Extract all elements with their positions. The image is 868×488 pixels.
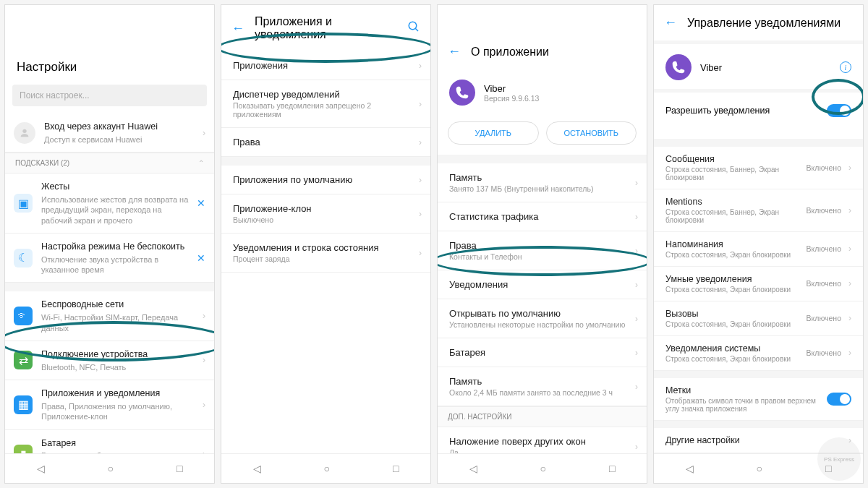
ch-status: Включено xyxy=(807,279,841,288)
row-overlay[interactable]: Наложение поверх других оконДа› xyxy=(438,427,647,453)
nav-recent-icon[interactable]: □ xyxy=(393,463,399,474)
stop-button[interactable]: ОСТАНОВИТЬ xyxy=(546,121,637,145)
nav-bar: ◁ ○ □ xyxy=(438,453,647,483)
divider xyxy=(5,283,214,291)
nav-back-icon[interactable]: ◁ xyxy=(253,463,261,474)
chevron-right-icon: › xyxy=(635,348,638,358)
item-label: Приложения xyxy=(233,60,419,71)
ch-status: Включено xyxy=(807,348,841,357)
chevron-right-icon: › xyxy=(635,246,638,256)
row-battery[interactable]: ▮ БатареяРежим энергосбережения, Использ… xyxy=(5,430,214,453)
ch-label: Уведомления системы xyxy=(665,343,807,354)
gestures-icon: ▣ xyxy=(14,194,33,213)
close-icon[interactable]: ✕ xyxy=(197,197,205,209)
section-hints: ПОДСКАЗКИ (2) ⌃ xyxy=(5,153,214,174)
nav-recent-icon[interactable]: □ xyxy=(176,463,182,474)
delete-button[interactable]: УДАЛИТЬ xyxy=(448,121,539,145)
chevron-up-icon[interactable]: ⌃ xyxy=(198,159,204,167)
item-sub: Показывать уведомления запрещено 2 прило… xyxy=(233,101,419,119)
badges-row: МеткиОтображать символ точки в правом ве… xyxy=(654,378,863,421)
badges-toggle[interactable] xyxy=(827,393,851,406)
search-icon[interactable] xyxy=(407,20,420,36)
close-icon[interactable]: ✕ xyxy=(197,252,205,264)
page-title: Приложения и уведомления xyxy=(255,15,397,41)
row-app-clone[interactable]: Приложение-клон Выключено › xyxy=(221,194,430,234)
nav-back-icon[interactable]: ◁ xyxy=(37,463,45,474)
chevron-right-icon: › xyxy=(635,382,638,392)
chevron-right-icon: › xyxy=(203,355,205,365)
nav-home-icon[interactable]: ○ xyxy=(108,463,114,474)
item-label: Приложения по умолчанию xyxy=(233,174,419,185)
notif-mgmt-panel: ← Управление уведомлениями Viber i Разре… xyxy=(653,4,864,484)
nav-recent-icon[interactable]: □ xyxy=(609,463,615,474)
chevron-right-icon: › xyxy=(419,209,422,219)
app-header: Viber i xyxy=(654,44,863,89)
nav-back-icon[interactable]: ◁ xyxy=(469,463,477,474)
chevron-right-icon: › xyxy=(848,313,851,323)
row-wireless[interactable]: ᯤ Беспроводные сетиWi-Fi, Настройки SIM-… xyxy=(5,291,214,341)
row-battery[interactable]: Батарея› xyxy=(438,338,647,367)
app-info-scroll[interactable]: ПамятьЗанято 137 МБ (Внутренний накопите… xyxy=(438,163,647,453)
row-memory[interactable]: ПамятьОколо 2,4 МБ памяти занято за посл… xyxy=(438,367,647,406)
channel-smart[interactable]: Умные уведомленияСтрока состояния, Экран… xyxy=(654,267,863,301)
row-storage[interactable]: ПамятьЗанято 137 МБ (Внутренний накопите… xyxy=(438,163,647,202)
item-label: Права xyxy=(233,137,419,147)
item-sub: Wi-Fi, Настройки SIM-карт, Передача данн… xyxy=(41,312,198,333)
chevron-right-icon: › xyxy=(419,99,422,109)
channel-reminders[interactable]: НапоминанияСтрока состояния, Экран блоки… xyxy=(654,232,863,267)
ch-status: Включено xyxy=(807,244,841,253)
search-input[interactable]: Поиск настроек... xyxy=(12,85,207,106)
item-label: Батарея xyxy=(41,437,198,450)
channel-calls[interactable]: ВызовыСтрока состояния, Экран блокировки… xyxy=(654,301,863,336)
row-default-apps[interactable]: Приложения по умолчанию › xyxy=(221,166,430,194)
ch-status: Включено xyxy=(807,163,841,172)
divider xyxy=(654,139,863,146)
item-label: Права xyxy=(449,240,635,251)
row-permissions[interactable]: ПраваКонтакты и Телефон› xyxy=(438,231,647,270)
nav-home-icon[interactable]: ○ xyxy=(757,463,762,474)
item-sub: Режим энергосбережения, Использование ба… xyxy=(41,450,198,453)
row-apps-notifications[interactable]: ▦ Приложения и уведомленияПрава, Приложе… xyxy=(5,380,214,429)
item-label: Память xyxy=(449,376,635,387)
hint-gestures[interactable]: ▣ Жесты Использование жестов для возврат… xyxy=(5,174,214,234)
apps-notif-panel: ← Приложения и уведомления Приложения › … xyxy=(221,4,431,484)
allow-toggle[interactable] xyxy=(827,104,851,117)
info-icon[interactable]: i xyxy=(840,61,851,73)
row-notif-statusbar[interactable]: Уведомления и строка состояния Процент з… xyxy=(221,234,430,273)
page-title: Управление уведомлениями xyxy=(687,17,853,30)
page-title: О приложении xyxy=(471,46,637,59)
item-sub: Установлены некоторые настройки по умолч… xyxy=(449,320,635,329)
settings-scroll[interactable]: ᯤ Беспроводные сетиWi-Fi, Настройки SIM-… xyxy=(5,291,214,453)
other-label: Другие настройки xyxy=(665,435,844,445)
divider xyxy=(654,421,863,428)
back-arrow-icon[interactable]: ← xyxy=(231,21,244,36)
apps-icon: ▦ xyxy=(14,395,33,414)
device-icon: ⇄ xyxy=(14,351,33,369)
hint-label: Жесты xyxy=(41,181,194,193)
page-title: Настройки xyxy=(5,53,214,85)
huawei-login-sub: Доступ к сервисам Huawei xyxy=(44,134,198,145)
item-sub: Права, Приложения по умолчанию, Приложен… xyxy=(41,401,198,422)
row-device-conn[interactable]: ⇄ Подключение устройстваBluetooth, NFC, … xyxy=(5,341,214,380)
row-notifications[interactable]: Уведомления› xyxy=(438,270,647,299)
channel-mentions[interactable]: MentionsСтрока состояния, Баннер, Экран … xyxy=(654,189,863,232)
item-label: Батарея xyxy=(449,347,635,358)
item-label: Память xyxy=(449,172,635,183)
nav-home-icon[interactable]: ○ xyxy=(540,463,546,474)
app-name: Viber xyxy=(484,83,539,94)
channel-messages[interactable]: СообщенияСтрока состояния, Баннер, Экран… xyxy=(654,147,863,189)
back-arrow-icon[interactable]: ← xyxy=(448,44,461,59)
chevron-right-icon: › xyxy=(848,205,851,215)
nav-back-icon[interactable]: ◁ xyxy=(686,463,694,474)
back-arrow-icon[interactable]: ← xyxy=(664,15,677,30)
channel-system[interactable]: Уведомления системыСтрока состояния, Экр… xyxy=(654,336,863,371)
row-open-default[interactable]: Открывать по умолчаниюУстановлены некото… xyxy=(438,299,647,338)
row-permissions[interactable]: Права › xyxy=(221,128,430,157)
row-apps[interactable]: Приложения › xyxy=(221,51,430,80)
huawei-login-row[interactable]: Вход через аккаунт Huawei Доступ к серви… xyxy=(5,114,214,153)
nav-home-icon[interactable]: ○ xyxy=(324,463,330,474)
item-label: Приложения и уведомления xyxy=(41,388,198,400)
row-traffic[interactable]: Статистика трафика› xyxy=(438,202,647,231)
hint-dnd[interactable]: ☾ Настройка режима Не беспокоить Отключе… xyxy=(5,234,214,283)
row-notif-dispatcher[interactable]: Диспетчер уведомлений Показывать уведомл… xyxy=(221,80,430,128)
